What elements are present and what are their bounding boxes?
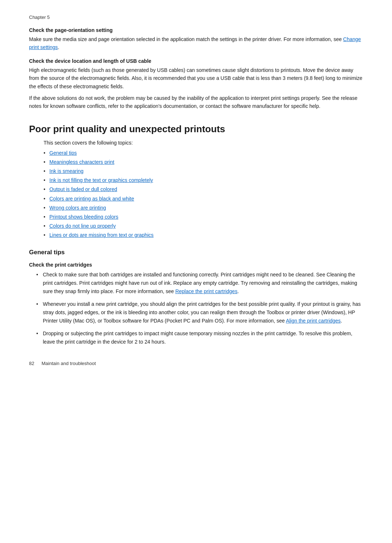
general-tips-link[interactable]: General tips <box>49 150 77 156</box>
list-item: Printout shows bleeding colors <box>44 212 363 222</box>
colors-black-white-link[interactable]: Colors are printing as black and white <box>49 196 134 202</box>
cartridge-bullet-3: Dropping or subjecting the print cartrid… <box>43 331 352 345</box>
topics-intro: This section covers the following topics… <box>44 140 363 146</box>
meaningless-characters-link[interactable]: Meaningless characters print <box>49 159 114 165</box>
cartridge-bullet-1-after: . <box>237 288 239 294</box>
list-item: Dropping or subjecting the print cartrid… <box>36 329 363 346</box>
usb-cable-body2: If the above solutions do not work, the … <box>29 94 363 110</box>
bleeding-colors-link[interactable]: Printout shows bleeding colors <box>49 214 118 220</box>
cartridge-bullet-list: Check to make sure that both cartridges … <box>36 271 363 347</box>
check-cartridges-heading: Check the print cartridges <box>29 262 363 268</box>
colors-not-line-up-link[interactable]: Colors do not line up properly <box>49 223 116 229</box>
list-item: Check to make sure that both cartridges … <box>36 271 363 296</box>
replace-cartridges-link[interactable]: Replace the print cartridges <box>175 288 237 294</box>
page-orientation-heading: Check the page-orientation setting <box>29 27 363 33</box>
align-cartridges-link[interactable]: Align the print cartridges <box>286 318 341 324</box>
output-faded-link[interactable]: Output is faded or dull colored <box>49 186 117 192</box>
list-item: General tips <box>44 149 363 158</box>
list-item: Colors do not line up properly <box>44 222 363 231</box>
list-item: Whenever you install a new print cartrid… <box>36 300 363 325</box>
list-item: Meaningless characters print <box>44 158 363 167</box>
list-item: Lines or dots are missing from text or g… <box>44 231 363 240</box>
usb-cable-body1: High electromagnetic fields (such as tho… <box>29 66 363 90</box>
cartridge-bullet-2-after: . <box>341 318 342 324</box>
footer: 82 Maintain and troubleshoot <box>29 361 363 366</box>
topics-list: General tips Meaningless characters prin… <box>44 149 363 240</box>
wrong-colors-link[interactable]: Wrong colors are printing <box>49 205 106 211</box>
general-tips-heading: General tips <box>29 249 363 256</box>
lines-dots-missing-link[interactable]: Lines or dots are missing from text or g… <box>49 232 154 238</box>
list-item: Ink is smearing <box>44 167 363 176</box>
page-orientation-body: Make sure the media size and page orient… <box>29 35 363 52</box>
usb-cable-heading: Check the device location and length of … <box>29 58 363 64</box>
poor-print-quality-heading: Poor print quality and unexpected printo… <box>29 123 363 135</box>
list-item: Wrong colors are printing <box>44 203 363 212</box>
ink-not-filling-link[interactable]: Ink is not filling the text or graphics … <box>49 177 153 183</box>
footer-page-number: 82 <box>29 361 34 366</box>
list-item: Output is faded or dull colored <box>44 185 363 194</box>
footer-text: Maintain and troubleshoot <box>41 361 96 366</box>
chapter-label: Chapter 5 <box>29 15 363 20</box>
list-item: Ink is not filling the text or graphics … <box>44 176 363 185</box>
list-item: Colors are printing as black and white <box>44 194 363 203</box>
ink-smearing-link[interactable]: Ink is smearing <box>49 168 83 174</box>
